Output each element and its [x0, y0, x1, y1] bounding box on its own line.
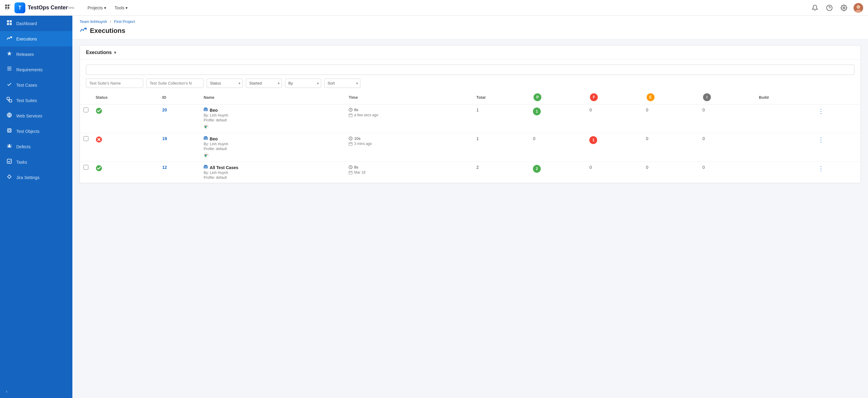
count-badge-p: 2: [533, 165, 541, 173]
svg-rect-49: [204, 137, 208, 138]
svg-rect-33: [7, 159, 11, 163]
jira-settings-icon: [6, 174, 13, 181]
by-filter[interactable]: By: [285, 79, 321, 88]
row-checkbox-0[interactable]: [80, 105, 92, 133]
svg-rect-3: [5, 7, 7, 9]
section-header[interactable]: Executions ▾: [80, 46, 861, 60]
settings-icon[interactable]: [839, 3, 849, 13]
layer-icon: [204, 165, 208, 170]
executions-table: Status ID Name Time: [80, 90, 861, 183]
svg-rect-1: [7, 4, 9, 6]
count-badge-p: 1: [533, 108, 541, 115]
badge-p-header: P: [533, 93, 541, 101]
row-more-0[interactable]: ⋮: [814, 105, 861, 133]
layer-icon: [204, 136, 208, 141]
svg-rect-20: [7, 97, 9, 100]
sidebar-collapse-btn[interactable]: ‹: [0, 385, 72, 398]
dashboard-label: Dashboard: [16, 21, 37, 26]
svg-rect-13: [7, 20, 9, 22]
row-name-1: Beo By: Linh Huynh Profile: default: [200, 133, 345, 162]
sidebar-item-tasks[interactable]: Tasks: [0, 154, 72, 170]
more-menu-btn[interactable]: ⋮: [818, 108, 824, 114]
calendar-icon: [349, 142, 352, 146]
row-build-0: [755, 105, 814, 133]
breadcrumb-sep: /: [110, 19, 111, 24]
row-checkbox-1[interactable]: [80, 133, 92, 162]
tasks-label: Tasks: [16, 160, 27, 165]
main-content: Team linhhuynh / First Project Execution…: [72, 16, 868, 398]
by-filter-wrap: By: [285, 79, 321, 88]
started-filter[interactable]: Started Today Last 7 days Last 30 days: [246, 79, 282, 88]
topnav-right: [810, 3, 863, 13]
sidebar-item-releases[interactable]: Releases: [0, 47, 72, 62]
sidebar-item-web-services[interactable]: Web Services: [0, 108, 72, 123]
defects-label: Defects: [16, 144, 30, 149]
bell-icon[interactable]: [810, 3, 820, 13]
sidebar-item-dashboard[interactable]: Dashboard: [0, 16, 72, 31]
row-id-2[interactable]: 12: [159, 162, 200, 183]
more-menu-btn[interactable]: ⋮: [818, 137, 824, 143]
tools-nav[interactable]: Tools ▾: [111, 3, 131, 13]
row-name-text[interactable]: Beo: [210, 137, 217, 141]
row-name-text[interactable]: All Test Cases: [210, 165, 238, 170]
row-name-2: All Test Cases By: Linh Huynh Profile: d…: [200, 162, 345, 183]
svg-rect-4: [7, 7, 9, 9]
row-name-0: Beo By: Linh Huynh Profile: default: [200, 105, 345, 133]
svg-rect-42: [349, 114, 352, 117]
table-row: 19 Beo By: Linh Huynh Profile: default: [80, 133, 861, 162]
projects-chevron: ▾: [104, 5, 106, 10]
sidebar-item-test-objects[interactable]: Test Objects: [0, 123, 72, 139]
clock-icon: [349, 137, 352, 140]
status-filter[interactable]: Status Passed Failed Running: [207, 79, 243, 88]
sidebar-item-test-cases[interactable]: Test Cases: [0, 77, 72, 93]
avatar[interactable]: [854, 3, 863, 13]
row-count-p-0: 1: [529, 105, 586, 133]
row-build-2: [755, 162, 814, 183]
row-count-i-0: 0: [699, 105, 755, 133]
sidebar-item-test-suites[interactable]: Test Suites: [0, 93, 72, 108]
sidebar-item-requirements[interactable]: Requirements: [0, 62, 72, 77]
search-input[interactable]: [86, 65, 855, 75]
svg-rect-50: [204, 139, 208, 140]
more-menu-btn[interactable]: ⋮: [818, 165, 824, 172]
sidebar-item-defects[interactable]: Defects: [0, 139, 72, 154]
checkbox-1[interactable]: [84, 136, 88, 141]
sidebar-item-executions[interactable]: Executions: [0, 31, 72, 47]
col-time: Time: [345, 90, 473, 105]
row-more-1[interactable]: ⋮: [814, 133, 861, 162]
grid-icon[interactable]: [5, 4, 11, 11]
checkbox-0[interactable]: [84, 108, 88, 112]
help-icon[interactable]: [825, 3, 834, 13]
test-objects-icon: [6, 128, 13, 135]
status-filter-wrap: Status Passed Failed Running: [207, 79, 243, 88]
test-cases-label: Test Cases: [16, 83, 37, 88]
row-id-1[interactable]: 19: [159, 133, 200, 162]
collection-filter[interactable]: [146, 79, 204, 88]
row-count-f-2: 0: [586, 162, 642, 183]
tasks-icon: [6, 159, 13, 166]
row-checkbox-2[interactable]: [80, 162, 92, 183]
row-count-p-2: 2: [529, 162, 586, 183]
sidebar: Dashboard Executions Releases: [0, 16, 72, 398]
sidebar-item-jira-settings[interactable]: Jira Settings: [0, 170, 72, 185]
calendar-icon: [349, 171, 352, 174]
svg-rect-5: [5, 9, 6, 10]
svg-rect-17: [7, 67, 11, 67]
row-name-text[interactable]: Beo: [210, 108, 217, 113]
executions-label: Executions: [16, 36, 37, 41]
checkbox-2[interactable]: [84, 165, 88, 170]
logo[interactable]: T TestOps Center beta: [14, 2, 74, 13]
suite-name-filter[interactable]: [86, 79, 143, 88]
breadcrumb-project[interactable]: First Project: [114, 19, 135, 24]
col-total: Total: [473, 90, 530, 105]
col-badge-f: F: [586, 90, 642, 105]
content-area: Executions ▾ Status Passed Failed: [72, 39, 868, 189]
row-status-2: [92, 162, 159, 183]
projects-nav[interactable]: Projects ▾: [84, 3, 110, 13]
sort-filter[interactable]: Sort Newest Oldest: [324, 79, 361, 88]
row-more-2[interactable]: ⋮: [814, 162, 861, 183]
breadcrumb-team[interactable]: Team linhhuynh: [80, 19, 107, 24]
svg-rect-16: [10, 23, 12, 25]
row-id-0[interactable]: 20: [159, 105, 200, 133]
releases-label: Releases: [16, 52, 34, 57]
